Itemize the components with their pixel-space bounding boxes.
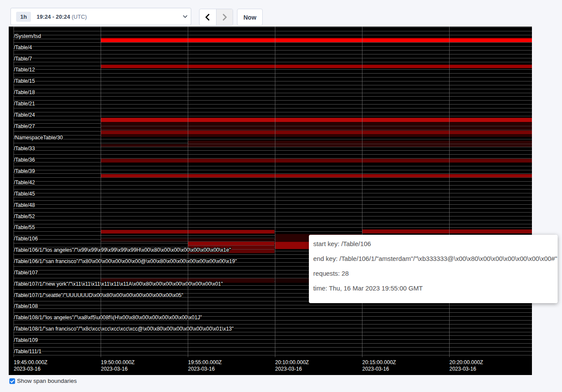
svg-text:2023-03-16: 2023-03-16 [275,366,302,372]
svg-text:/Table/36: /Table/36 [14,157,35,163]
svg-text:/Table/107/1/"seattle"/"UUUUUU: /Table/107/1/"seattle"/"UUUUUUD\x00\x80\… [14,292,183,298]
svg-text:/Table/39: /Table/39 [14,168,35,174]
svg-text:/Table/27: /Table/27 [14,123,35,129]
svg-text:/Table/4: /Table/4 [14,44,32,51]
svg-text:/Table/7: /Table/7 [14,56,32,62]
svg-text:20:20:00.000Z: 20:20:00.000Z [450,359,483,365]
svg-text:2023-03-16: 2023-03-16 [14,366,41,372]
svg-text:/Table/111/1: /Table/111/1 [14,348,42,355]
svg-text:/Table/33: /Table/33 [14,145,35,152]
svg-text:2023-03-16: 2023-03-16 [101,366,128,372]
svg-text:/System/tsd: /System/tsd [14,33,41,39]
svg-text:/Table/18: /Table/18 [14,89,35,95]
svg-text:2023-03-16: 2023-03-16 [450,366,477,372]
svg-text:19:55:00.000Z: 19:55:00.000Z [188,359,222,365]
svg-text:/Table/21: /Table/21 [14,101,35,107]
svg-text:/Table/12: /Table/12 [14,67,35,73]
svg-text:/Table/106/1/"san francisco"/": /Table/106/1/"san francisco"/"\x80\x00\x… [14,258,237,264]
svg-text:/Table/108/1/"san francisco"/": /Table/108/1/"san francisco"/"\x8c\xcc\x… [14,326,234,332]
svg-text:2023-03-16: 2023-03-16 [362,366,389,372]
svg-text:/Table/109: /Table/109 [14,337,38,343]
svg-text:/Table/15: /Table/15 [14,78,35,84]
svg-text:/Table/42: /Table/42 [14,179,35,186]
svg-text:/Table/106: /Table/106 [14,236,38,242]
svg-text:/NamespaceTable/30: /NamespaceTable/30 [14,135,63,141]
svg-text:/Table/108: /Table/108 [14,303,38,309]
svg-text:/Table/107: /Table/107 [14,270,38,276]
svg-text:2023-03-16: 2023-03-16 [188,366,215,372]
svg-text:20:15:00.000Z: 20:15:00.000Z [362,359,396,365]
svg-text:/Table/107/1/"new york"/"\x11\: /Table/107/1/"new york"/"\x11\x11\x11\x1… [14,281,223,287]
svg-text:/Table/106/1/"los angeles"/"\x: /Table/106/1/"los angeles"/"\x99\x99\x99… [14,247,231,253]
svg-text:/Table/24: /Table/24 [14,112,35,118]
svg-text:/Table/48: /Table/48 [14,202,35,208]
svg-text:19:50:00.000Z: 19:50:00.000Z [101,359,135,365]
svg-text:20:10:00.000Z: 20:10:00.000Z [275,359,309,365]
svg-text:/Table/52: /Table/52 [14,213,35,220]
svg-text:/Table/45: /Table/45 [14,191,35,197]
svg-text:/Table/108/1/"los angeles"/"\x: /Table/108/1/"los angeles"/"\xa8\xf5\u00… [14,314,202,321]
svg-text:19:45:00.000Z: 19:45:00.000Z [14,359,47,365]
svg-text:/Table/55: /Table/55 [14,224,35,230]
